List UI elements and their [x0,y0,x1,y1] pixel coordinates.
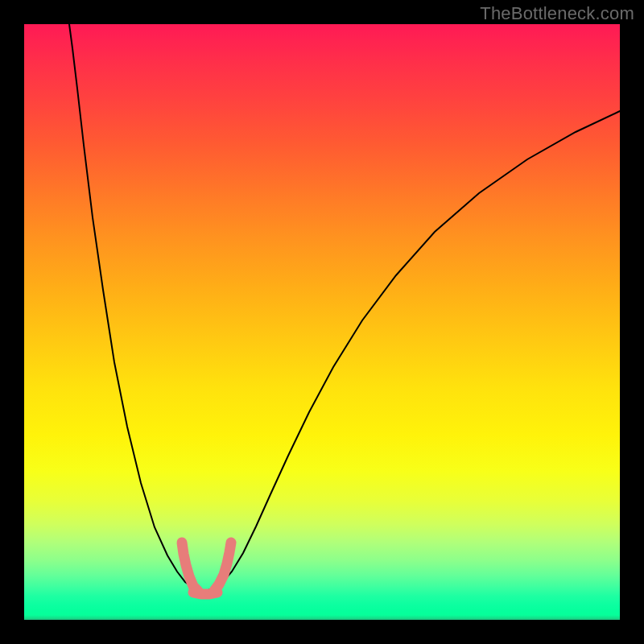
left-pink-segment [182,543,198,591]
plot-area [24,24,620,620]
right-pink-segment [214,543,231,591]
watermark-label: TheBottleneck.com [480,3,634,24]
curve-layer [24,24,620,620]
chart-frame: TheBottleneck.com [0,0,644,644]
bottleneck-curve [69,24,620,591]
